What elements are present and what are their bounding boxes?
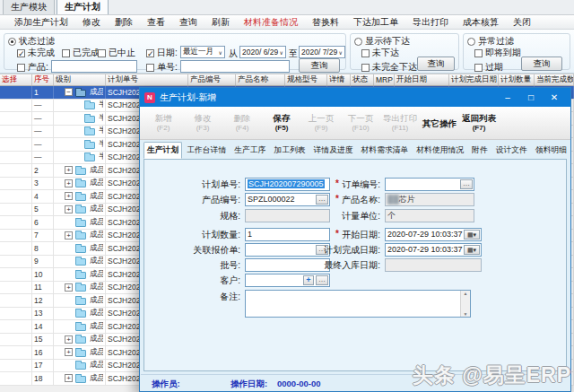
- dialog-tab[interactable]: 材料使用情况: [413, 142, 467, 159]
- not-fully-issued-checkbox[interactable]: 未完全下达: [361, 61, 417, 74]
- calendar-icon[interactable]: [464, 230, 480, 240]
- query-button[interactable]: 查询: [521, 57, 562, 71]
- dialog-tab[interactable]: 设计文件: [492, 142, 531, 159]
- column-header[interactable]: 当前完成数量: [535, 74, 574, 85]
- toolbar-button[interactable]: 关闭: [506, 15, 538, 30]
- scroll-up-icon[interactable]: ▲: [464, 291, 468, 296]
- dialog-titlebar[interactable]: N 生产计划-新增 – □ ✕: [140, 88, 570, 107]
- expand-icon[interactable]: +: [65, 335, 73, 344]
- dialog-tab[interactable]: 工作台详情: [183, 142, 230, 159]
- toolbar-button[interactable]: 查看: [140, 15, 172, 30]
- column-header[interactable]: 状态: [351, 74, 374, 85]
- query-button[interactable]: 查询: [417, 57, 455, 71]
- toolbar-button[interactable]: 查询: [172, 15, 204, 30]
- finish-date-input[interactable]: 2020-07-29 10:03:37: [385, 243, 482, 257]
- column-header[interactable]: 产品编号: [188, 74, 236, 85]
- toolbar-button[interactable]: 添加生产计划: [7, 15, 75, 30]
- dialog-toolbar-button[interactable]: 其它操作: [420, 118, 459, 128]
- dialog-tab[interactable]: 加工列表: [270, 142, 309, 159]
- toolbar-button[interactable]: 刷新: [204, 15, 237, 30]
- not-issued-checkbox[interactable]: 未下达: [361, 47, 399, 59]
- cell: 8: [32, 242, 54, 255]
- dialog-toolbar-button[interactable]: 返回列表(F7): [459, 113, 499, 133]
- product-input[interactable]: [51, 60, 137, 73]
- abnormal-radio[interactable]: 异常过滤: [467, 35, 514, 48]
- level-cell: +成品: [54, 230, 106, 242]
- product-checkbox[interactable]: 产品:: [17, 61, 48, 74]
- scroll-down-icon[interactable]: ▼: [464, 311, 468, 317]
- toolbar-button[interactable]: 删除: [108, 15, 140, 30]
- order-no-input[interactable]: [385, 178, 474, 191]
- folder-icon: [75, 376, 86, 383]
- unfinished-checkbox[interactable]: 未完成: [17, 47, 55, 59]
- tab-production-plan[interactable]: 生产计划: [57, 0, 109, 14]
- column-header[interactable]: 级别: [54, 74, 106, 85]
- tab-production-module[interactable]: 生产模块: [3, 0, 55, 14]
- toolbar-button[interactable]: 替换料: [305, 15, 346, 30]
- pending-radio[interactable]: 显示待下达: [354, 35, 410, 48]
- date-checkbox[interactable]: 日期:: [146, 47, 178, 59]
- expand-icon[interactable]: −: [65, 88, 73, 96]
- customer-input[interactable]: [245, 274, 330, 287]
- expand-icon[interactable]: +: [65, 179, 73, 187]
- cell: [0, 138, 32, 151]
- dialog-toolbar-button[interactable]: 保存(F5): [262, 113, 301, 133]
- form-row: 关联报价单: 计划完成日期: 2020-07-29 10:03:37: [144, 243, 566, 257]
- column-header[interactable]: 详情: [327, 74, 351, 85]
- calendar-icon[interactable]: [464, 245, 480, 255]
- order-no-input[interactable]: [180, 60, 290, 73]
- column-header[interactable]: MRP: [374, 74, 395, 85]
- browse-icon[interactable]: [316, 275, 328, 285]
- add-icon[interactable]: [303, 275, 314, 285]
- toolbar-button[interactable]: 导出打印: [405, 15, 456, 30]
- aborted-checkbox[interactable]: 已中止: [98, 47, 135, 59]
- date-range-select[interactable]: 最近一月: [180, 46, 225, 58]
- column-header[interactable]: 产品名称: [236, 74, 285, 85]
- toolbar-button[interactable]: 材料准备情况: [237, 15, 305, 30]
- cell: 14: [32, 320, 54, 333]
- order-no-checkbox[interactable]: 单号:: [146, 61, 178, 74]
- dialog-tab[interactable]: 详情及进度: [310, 142, 357, 159]
- column-header[interactable]: 计划完成日期: [449, 74, 499, 85]
- dialog-tab[interactable]: 生产工序: [230, 142, 269, 159]
- expand-icon[interactable]: +: [65, 205, 73, 213]
- dialog-tab[interactable]: 材料需求清单: [358, 142, 413, 159]
- remark-textarea[interactable]: ▲▼: [245, 290, 471, 318]
- toolbar-button[interactable]: 成本核算: [456, 15, 506, 30]
- expand-icon[interactable]: +: [65, 348, 73, 356]
- close-icon[interactable]: ✕: [543, 88, 566, 107]
- date-to-select[interactable]: 2020/ 7/29: [299, 46, 345, 58]
- dialog-tab[interactable]: 领料明细: [532, 142, 570, 159]
- expand-icon[interactable]: +: [65, 374, 73, 382]
- level-cell: +成品: [54, 346, 106, 359]
- toolbar-button[interactable]: 修改: [75, 15, 108, 30]
- cell: 13: [32, 308, 54, 320]
- expand-icon[interactable]: +: [65, 231, 73, 240]
- dialog-tab[interactable]: 生产计划: [144, 142, 182, 159]
- plan-form-panel: 计划单号: SCJH202007290005 * 订单编号: 产品编号: SPZ…: [144, 159, 567, 371]
- scrollbar[interactable]: ▲▼: [460, 291, 470, 317]
- expand-icon[interactable]: +: [65, 283, 73, 292]
- maximize-icon[interactable]: □: [519, 88, 543, 107]
- expand-icon[interactable]: +: [65, 192, 73, 200]
- browse-icon[interactable]: [460, 179, 473, 189]
- minimize-icon[interactable]: –: [496, 88, 519, 107]
- column-header[interactable]: 选择: [0, 74, 32, 85]
- start-date-label: 开始日期:: [283, 229, 380, 241]
- due-soon-checkbox[interactable]: 即将到期: [474, 47, 521, 59]
- finished-checkbox[interactable]: 已完成: [62, 47, 100, 59]
- column-header[interactable]: 序号: [32, 74, 54, 85]
- level-label: 成品: [90, 334, 103, 344]
- toolbar-button[interactable]: 下达加工单: [346, 15, 405, 30]
- column-header[interactable]: 计划单号: [106, 74, 188, 85]
- status-filter-radio[interactable]: 状态过滤: [8, 35, 55, 48]
- date-from-select[interactable]: 2020/ 6/29: [239, 46, 286, 58]
- start-date-input[interactable]: 2020-07-29 10:03:37: [385, 228, 482, 241]
- expand-icon[interactable]: +: [65, 166, 73, 174]
- column-header[interactable]: 计划数量: [499, 74, 535, 85]
- column-header[interactable]: 开始日期: [395, 74, 449, 85]
- overdue-checkbox[interactable]: 过期: [474, 61, 503, 74]
- query-button[interactable]: 查询: [299, 58, 340, 73]
- dialog-tab[interactable]: 附件: [468, 142, 491, 159]
- column-header[interactable]: 规格型号: [285, 74, 327, 85]
